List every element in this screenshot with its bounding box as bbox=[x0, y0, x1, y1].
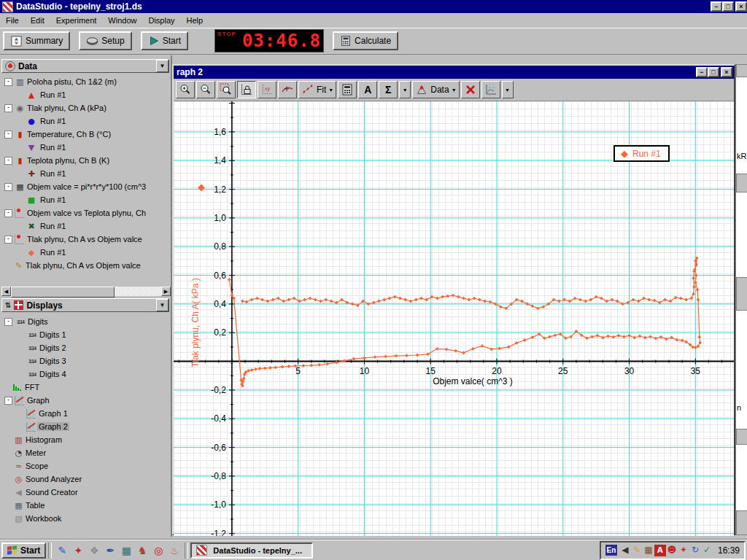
graph-window-titlebar[interactable]: raph 2 − □ × bbox=[174, 66, 734, 79]
maximize-button[interactable]: □ bbox=[722, 1, 734, 12]
graph-plot-area[interactable]: 1,61,41,21,00,80,60,40,2-0,2-0,4-0,6-0,8… bbox=[174, 101, 734, 536]
collapse-icon[interactable]: - bbox=[4, 318, 12, 326]
data-source-item[interactable]: -Objem valce vs Teplota plynu, Ch bbox=[1, 206, 171, 219]
scrollbar-thumb[interactable] bbox=[11, 287, 115, 298]
quicklaunch-calculator-icon[interactable]: ▦ bbox=[119, 543, 133, 558]
displays-panel-header[interactable]: ⇅ Displays ▼ bbox=[1, 298, 169, 312]
summary-button[interactable]: Summary bbox=[3, 31, 70, 50]
tray-agent-icon[interactable]: ☻ bbox=[666, 544, 678, 556]
start-button[interactable]: Start bbox=[141, 31, 188, 50]
display-item[interactable]: ▦Table bbox=[1, 499, 171, 512]
menu-help[interactable]: Help bbox=[181, 15, 209, 26]
tray-volume-icon[interactable]: ◀ bbox=[619, 544, 631, 556]
legend[interactable]: ◆ Run #1 bbox=[614, 145, 670, 162]
collapse-icon[interactable]: - bbox=[4, 397, 12, 405]
statistics-sigma-button-dropdown[interactable]: ▼ bbox=[399, 81, 411, 98]
display-item[interactable]: ◎Sound Analyzer bbox=[1, 472, 171, 486]
display-item[interactable]: ▥Histogram bbox=[1, 433, 171, 446]
data-align-button[interactable]: xy bbox=[258, 81, 276, 98]
fit-menu-button[interactable]: Fit▼ bbox=[298, 81, 336, 98]
data-source-item[interactable]: ✎Tlak plynu, Ch A vs Objem valce bbox=[1, 259, 171, 272]
quicklaunch-tool-icon[interactable]: ❖ bbox=[87, 543, 101, 558]
quicklaunch-pen-icon[interactable]: ✒ bbox=[103, 543, 117, 558]
display-subitem[interactable]: Graph 1 bbox=[1, 407, 171, 420]
minimize-button[interactable]: − bbox=[711, 1, 722, 12]
run-item[interactable]: ◆Run #1 bbox=[1, 246, 171, 259]
data-panel-dropdown-button[interactable]: ▼ bbox=[156, 60, 169, 72]
text-annotation-button[interactable]: A bbox=[358, 81, 377, 98]
data-source-item[interactable]: -◉Tlak plynu, Ch A (kPa) bbox=[1, 101, 171, 114]
collapse-icon[interactable]: - bbox=[4, 209, 12, 217]
display-item[interactable]: ≈Scope bbox=[1, 459, 171, 472]
calculate-button[interactable]: Calculate bbox=[333, 31, 398, 50]
displays-panel-dropdown-button[interactable]: ▼ bbox=[156, 299, 169, 311]
menu-file[interactable]: File bbox=[0, 15, 25, 26]
tray-lightning-icon[interactable]: ✦ bbox=[678, 544, 689, 556]
quicklaunch-flame-icon[interactable]: ♨ bbox=[167, 543, 182, 558]
data-source-item[interactable]: -▮Temperature, Ch B (°C) bbox=[1, 128, 171, 141]
graph-settings-button-dropdown[interactable]: ▼ bbox=[502, 81, 514, 98]
tray-sync-icon[interactable]: ↻ bbox=[689, 544, 701, 556]
graph-close-button[interactable]: × bbox=[721, 67, 732, 77]
collapse-icon[interactable]: - bbox=[4, 104, 12, 112]
chart[interactable]: 1,61,41,21,00,80,60,40,2-0,2-0,4-0,6-0,8… bbox=[174, 101, 734, 536]
run-item[interactable]: ●Run #1 bbox=[1, 114, 171, 128]
zoom-out-button[interactable] bbox=[196, 81, 215, 98]
collapse-icon[interactable]: - bbox=[4, 131, 12, 139]
data-tree-hscrollbar[interactable]: ◀ ▶ bbox=[1, 287, 171, 296]
task-button-datastudio[interactable]: DataStudio - tepelny_... bbox=[190, 542, 313, 559]
display-subitem[interactable]: 3.14Digits 2 bbox=[1, 341, 171, 354]
tray-brush-icon[interactable]: ✎ bbox=[631, 544, 643, 556]
quicklaunch-notes-icon[interactable]: ✎ bbox=[55, 543, 69, 558]
display-subitem[interactable]: 3.14Digits 3 bbox=[1, 354, 171, 368]
data-source-item[interactable]: -Tlak plynu, Ch A vs Objem valce bbox=[1, 233, 171, 246]
data-source-item[interactable]: -▦Objem valce = pi*r*r*y*100 (cm^3 bbox=[1, 180, 171, 193]
collapse-icon[interactable]: - bbox=[4, 157, 12, 165]
tray-pen-icon[interactable]: ✓ bbox=[701, 544, 713, 556]
display-item[interactable]: ▧Workbook bbox=[1, 512, 171, 525]
display-item[interactable]: FFT bbox=[1, 381, 171, 394]
display-subitem[interactable]: Graph 2 bbox=[1, 420, 171, 433]
keyboard-layout-indicator[interactable]: En bbox=[605, 545, 617, 556]
zoom-select-button[interactable] bbox=[217, 81, 236, 98]
statistics-sigma-button[interactable]: Σ bbox=[379, 81, 398, 98]
scroll-right-icon[interactable]: ▶ bbox=[161, 287, 171, 296]
quicklaunch-dragon-icon[interactable]: ♞ bbox=[135, 543, 150, 558]
display-item[interactable]: ◔Meter bbox=[1, 446, 171, 459]
menu-display[interactable]: Display bbox=[142, 15, 180, 26]
run-item[interactable]: ✖Run #1 bbox=[1, 219, 171, 233]
quicklaunch-acrobat-icon[interactable]: ✦ bbox=[71, 543, 85, 558]
setup-button[interactable]: Setup bbox=[79, 31, 131, 50]
display-item[interactable]: ◀Sound Creator bbox=[1, 486, 171, 499]
close-button[interactable]: × bbox=[735, 1, 747, 12]
data-menu-button[interactable]: Data▼ bbox=[412, 81, 459, 98]
display-item[interactable]: -Graph bbox=[1, 394, 171, 407]
run-item[interactable]: ✚Run #1 bbox=[1, 167, 171, 180]
scroll-left-icon[interactable]: ◀ bbox=[1, 287, 11, 296]
menu-experiment[interactable]: Experiment bbox=[50, 15, 103, 26]
data-source-item[interactable]: -▥Poloha pistu, Ch 1&2 (m) bbox=[1, 75, 171, 88]
display-subitem[interactable]: 3.14Digits 4 bbox=[1, 368, 171, 381]
graph-settings-button[interactable] bbox=[481, 81, 500, 98]
splitter-icon[interactable]: ⇅ bbox=[5, 301, 11, 309]
quicklaunch-opera-icon[interactable]: ◎ bbox=[151, 543, 166, 558]
menu-window[interactable]: Window bbox=[102, 15, 142, 26]
collapse-icon[interactable]: - bbox=[4, 78, 12, 86]
run-item[interactable]: ■Run #1 bbox=[1, 193, 171, 206]
run-item[interactable]: ▲Run #1 bbox=[1, 88, 171, 101]
graph-minimize-button[interactable]: − bbox=[696, 67, 708, 77]
data-panel-header[interactable]: Data ▼ bbox=[1, 59, 169, 73]
smart-tool-button[interactable] bbox=[278, 81, 297, 98]
data-source-item[interactable]: -▮Teplota plynu, Ch B (K) bbox=[1, 154, 171, 167]
run-item[interactable]: ▼Run #1 bbox=[1, 141, 171, 154]
calculate-button[interactable] bbox=[338, 81, 357, 98]
delete-button[interactable] bbox=[461, 81, 480, 98]
tray-ati-icon[interactable]: A bbox=[654, 545, 666, 556]
tray-scheduler-icon[interactable]: ▦ bbox=[643, 544, 654, 556]
display-item[interactable]: -3.14Digits bbox=[1, 315, 171, 328]
collapse-icon[interactable]: - bbox=[4, 183, 12, 191]
zoom-in-button[interactable] bbox=[176, 81, 195, 98]
graph-maximize-button[interactable]: □ bbox=[708, 67, 719, 77]
scale-to-fit-button[interactable] bbox=[237, 81, 256, 98]
menu-edit[interactable]: Edit bbox=[25, 15, 50, 26]
